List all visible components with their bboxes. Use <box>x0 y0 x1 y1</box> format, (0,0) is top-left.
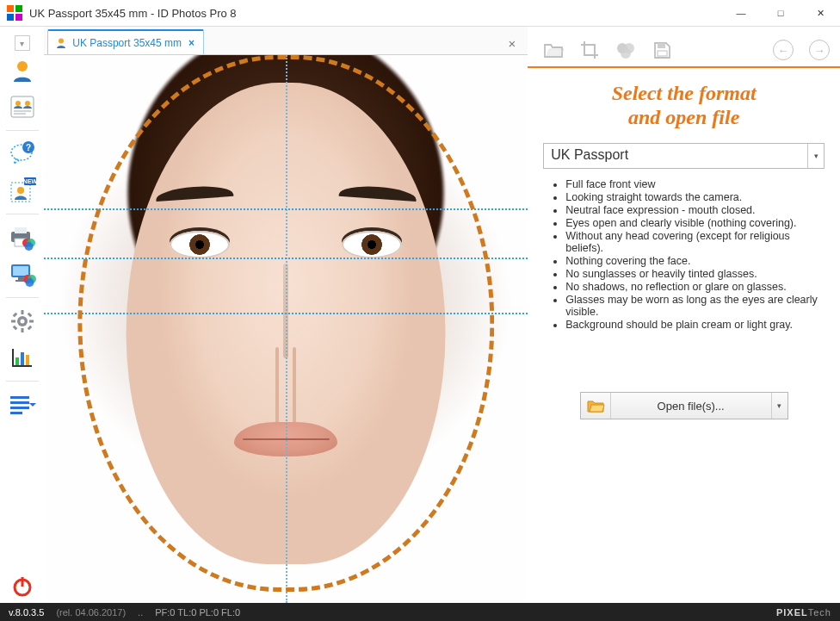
requirements-list: Full face front viewLooking straight tow… <box>553 177 825 332</box>
guide-face-oval <box>78 55 494 592</box>
list-lines-icon <box>10 396 34 413</box>
svg-rect-42 <box>10 412 22 414</box>
svg-rect-39 <box>10 396 29 399</box>
right-panel: ← → Select the format and open file UK P… <box>528 27 840 603</box>
sidebar-display-button[interactable] <box>5 258 40 290</box>
status-bar: v.8.0.3.5 (rel. 04.06.2017) .. PF:0 TL:0… <box>0 603 840 621</box>
print-color-icon <box>9 227 35 249</box>
svg-rect-34 <box>12 326 17 331</box>
tab-label: UK Passport 35x45 mm <box>72 37 182 49</box>
photo-canvas[interactable] <box>44 55 528 603</box>
status-dots: .. <box>138 607 143 618</box>
open-file-button[interactable]: Open file(s)... ▾ <box>580 392 788 419</box>
person-icon <box>10 59 34 83</box>
toolbar-save-button[interactable] <box>652 40 672 59</box>
nav-back-button[interactable]: ← <box>773 40 794 60</box>
sidebar-help-button[interactable]: ? <box>5 138 40 171</box>
requirement-item: Without any head covering (except for re… <box>565 230 825 254</box>
photo-grid-icon <box>10 96 34 118</box>
requirement-item: Nothing covering the face. <box>565 255 825 267</box>
person-icon <box>55 37 67 49</box>
svg-rect-41 <box>10 407 29 409</box>
help-bubble-icon: ? <box>9 143 35 165</box>
gear-icon <box>11 310 34 332</box>
open-file-label: Open file(s)... <box>611 393 771 419</box>
svg-rect-4 <box>14 110 31 112</box>
requirement-item: No sunglasses or heavily tinted glasses. <box>565 268 825 280</box>
svg-rect-49 <box>658 43 665 48</box>
svg-rect-36 <box>15 357 19 365</box>
tabstrip-close-button[interactable]: × <box>503 33 522 54</box>
svg-rect-38 <box>26 355 29 365</box>
window-minimize-button[interactable]: — <box>721 0 761 26</box>
sidebar-print-button[interactable] <box>5 221 40 254</box>
svg-point-2 <box>15 101 21 106</box>
save-icon <box>652 40 671 59</box>
svg-point-27 <box>20 320 24 324</box>
format-select[interactable]: UK Passport ▾ <box>543 143 825 169</box>
svg-rect-32 <box>12 313 17 318</box>
photo-new-icon: NEW <box>9 177 36 203</box>
window-title: UK Passport 35x45 mm - ID Photos Pro 8 <box>29 7 237 20</box>
sidebar-photo-grid-button[interactable] <box>5 90 40 123</box>
svg-rect-33 <box>27 313 32 318</box>
sidebar-photo-new-button[interactable]: NEW <box>5 174 40 207</box>
status-release: (rel. 04.06.2017) <box>56 607 126 618</box>
toolbar-open-folder-button[interactable] <box>543 40 564 59</box>
svg-rect-28 <box>21 310 23 314</box>
svg-rect-37 <box>21 352 24 365</box>
window-close-button[interactable]: ✕ <box>800 0 840 26</box>
crop-icon <box>580 40 599 59</box>
status-version: v.8.0.3.5 <box>9 607 44 618</box>
sidebar: ▾ ? <box>0 27 44 603</box>
folder-open-icon <box>581 393 611 419</box>
right-toolbar: ← → <box>528 34 840 68</box>
requirement-item: Glasses may be worn as long as the eyes … <box>565 294 825 318</box>
svg-rect-14 <box>15 227 27 233</box>
bar-chart-icon <box>11 347 34 368</box>
nav-forward-button[interactable]: → <box>809 40 830 60</box>
toolbar-color-button[interactable] <box>615 40 636 59</box>
power-icon <box>11 575 34 598</box>
svg-text:NEW: NEW <box>22 178 37 184</box>
svg-point-10 <box>17 187 24 194</box>
toolbar-crop-button[interactable] <box>579 40 600 59</box>
svg-rect-5 <box>14 113 26 115</box>
svg-point-18 <box>24 242 33 251</box>
requirement-item: Neutral face expression - mouth closed. <box>565 204 825 216</box>
status-brand: PIXELTech <box>776 607 831 618</box>
sidebar-person-button[interactable] <box>5 54 40 87</box>
svg-rect-21 <box>18 277 23 280</box>
requirement-item: Full face front view <box>565 178 825 190</box>
titlebar: UK Passport 35x45 mm - ID Photos Pro 8 —… <box>0 0 840 27</box>
svg-text:?: ? <box>26 143 31 152</box>
svg-rect-50 <box>658 51 667 56</box>
svg-point-45 <box>59 38 64 43</box>
chevron-down-icon[interactable]: ▾ <box>771 393 788 419</box>
svg-point-0 <box>17 61 28 71</box>
requirement-item: Eyes open and clearly visible (nothing c… <box>565 217 825 229</box>
format-select-value: UK Passport <box>544 144 807 168</box>
monitor-color-icon <box>9 263 35 285</box>
panel-heading: Select the format and open file <box>528 82 840 129</box>
blobs-icon <box>615 40 636 59</box>
sidebar-list-button[interactable] <box>5 388 40 421</box>
svg-point-3 <box>25 101 30 106</box>
svg-rect-44 <box>21 577 23 587</box>
app-icon <box>7 5 22 21</box>
svg-rect-31 <box>29 320 34 323</box>
svg-rect-29 <box>21 328 23 332</box>
svg-rect-35 <box>27 326 32 331</box>
tab-close-button[interactable]: × <box>187 37 196 49</box>
tab-uk-passport[interactable]: UK Passport 35x45 mm × <box>47 29 204 54</box>
grid-add-icon[interactable]: ▾ <box>15 35 30 51</box>
window-maximize-button[interactable]: □ <box>761 0 800 26</box>
svg-rect-20 <box>13 266 28 276</box>
center-column: UK Passport 35x45 mm × × <box>44 27 528 603</box>
sidebar-settings-button[interactable] <box>5 305 40 338</box>
sidebar-stats-button[interactable] <box>5 341 40 374</box>
sidebar-power-button[interactable] <box>5 570 40 603</box>
svg-rect-40 <box>10 401 29 404</box>
status-counters: PF:0 TL:0 PL:0 FL:0 <box>155 607 240 618</box>
svg-point-25 <box>25 278 34 287</box>
